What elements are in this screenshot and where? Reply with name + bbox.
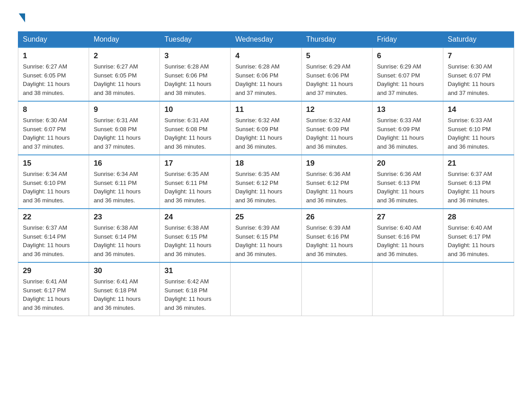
day-info: Sunrise: 6:35 AM Sunset: 6:12 PM Dayligh… <box>235 170 296 205</box>
day-info: Sunrise: 6:39 AM Sunset: 6:16 PM Dayligh… <box>306 223 368 258</box>
day-number: 8 <box>23 105 84 114</box>
day-number: 23 <box>94 213 155 222</box>
day-info: Sunrise: 6:38 AM Sunset: 6:14 PM Dayligh… <box>94 223 155 258</box>
day-cell-16: 16 Sunrise: 6:34 AM Sunset: 6:11 PM Dayl… <box>89 155 160 209</box>
day-number: 17 <box>164 159 226 168</box>
day-number: 13 <box>377 105 438 114</box>
day-info: Sunrise: 6:37 AM Sunset: 6:14 PM Dayligh… <box>23 223 84 258</box>
day-cell-12: 12 Sunrise: 6:32 AM Sunset: 6:09 PM Dayl… <box>301 101 372 155</box>
day-info: Sunrise: 6:29 AM Sunset: 6:06 PM Dayligh… <box>306 62 368 97</box>
day-number: 10 <box>164 105 226 114</box>
day-cell-26: 26 Sunrise: 6:39 AM Sunset: 6:16 PM Dayl… <box>301 209 372 262</box>
day-info: Sunrise: 6:36 AM Sunset: 6:13 PM Dayligh… <box>377 170 438 205</box>
day-cell-9: 9 Sunrise: 6:31 AM Sunset: 6:08 PM Dayli… <box>89 101 160 155</box>
day-cell-31: 31 Sunrise: 6:42 AM Sunset: 6:18 PM Dayl… <box>160 262 231 316</box>
empty-cell <box>372 262 443 316</box>
empty-cell <box>443 262 514 316</box>
day-info: Sunrise: 6:28 AM Sunset: 6:06 PM Dayligh… <box>235 62 296 97</box>
day-cell-27: 27 Sunrise: 6:40 AM Sunset: 6:16 PM Dayl… <box>372 209 443 262</box>
day-number: 28 <box>448 213 509 222</box>
day-cell-21: 21 Sunrise: 6:37 AM Sunset: 6:13 PM Dayl… <box>443 155 514 209</box>
day-number: 16 <box>94 159 155 168</box>
day-number: 2 <box>94 51 155 60</box>
day-info: Sunrise: 6:42 AM Sunset: 6:18 PM Dayligh… <box>164 277 226 312</box>
day-number: 5 <box>306 51 368 60</box>
day-info: Sunrise: 6:30 AM Sunset: 6:07 PM Dayligh… <box>448 62 509 97</box>
day-number: 29 <box>23 266 84 275</box>
day-number: 15 <box>23 159 84 168</box>
week-row-4: 22 Sunrise: 6:37 AM Sunset: 6:14 PM Dayl… <box>18 209 514 262</box>
day-cell-5: 5 Sunrise: 6:29 AM Sunset: 6:06 PM Dayli… <box>301 47 372 101</box>
calendar-table: SundayMondayTuesdayWednesdayThursdayFrid… <box>18 31 514 316</box>
week-row-5: 29 Sunrise: 6:41 AM Sunset: 6:17 PM Dayl… <box>18 262 514 316</box>
day-number: 4 <box>235 51 296 60</box>
logo <box>18 13 26 22</box>
day-header-friday: Friday <box>372 32 443 48</box>
day-info: Sunrise: 6:34 AM Sunset: 6:10 PM Dayligh… <box>23 170 84 205</box>
day-cell-7: 7 Sunrise: 6:30 AM Sunset: 6:07 PM Dayli… <box>443 47 514 101</box>
day-info: Sunrise: 6:40 AM Sunset: 6:16 PM Dayligh… <box>377 223 438 258</box>
day-cell-25: 25 Sunrise: 6:39 AM Sunset: 6:15 PM Dayl… <box>231 209 301 262</box>
day-info: Sunrise: 6:40 AM Sunset: 6:17 PM Dayligh… <box>448 223 509 258</box>
day-cell-10: 10 Sunrise: 6:31 AM Sunset: 6:08 PM Dayl… <box>160 101 231 155</box>
day-cell-4: 4 Sunrise: 6:28 AM Sunset: 6:06 PM Dayli… <box>231 47 301 101</box>
day-cell-29: 29 Sunrise: 6:41 AM Sunset: 6:17 PM Dayl… <box>18 262 89 316</box>
day-cell-6: 6 Sunrise: 6:29 AM Sunset: 6:07 PM Dayli… <box>372 47 443 101</box>
day-number: 19 <box>306 159 368 168</box>
day-number: 31 <box>164 266 226 275</box>
week-row-1: 1 Sunrise: 6:27 AM Sunset: 6:05 PM Dayli… <box>18 47 514 101</box>
day-cell-15: 15 Sunrise: 6:34 AM Sunset: 6:10 PM Dayl… <box>18 155 89 209</box>
day-info: Sunrise: 6:34 AM Sunset: 6:11 PM Dayligh… <box>94 170 155 205</box>
day-number: 30 <box>94 266 155 275</box>
day-number: 25 <box>235 213 296 222</box>
day-number: 3 <box>164 51 226 60</box>
day-number: 24 <box>164 213 226 222</box>
day-cell-19: 19 Sunrise: 6:36 AM Sunset: 6:12 PM Dayl… <box>301 155 372 209</box>
day-info: Sunrise: 6:35 AM Sunset: 6:11 PM Dayligh… <box>164 170 226 205</box>
day-cell-30: 30 Sunrise: 6:41 AM Sunset: 6:18 PM Dayl… <box>89 262 160 316</box>
day-info: Sunrise: 6:32 AM Sunset: 6:09 PM Dayligh… <box>306 116 368 151</box>
day-number: 1 <box>23 51 84 60</box>
day-number: 27 <box>377 213 438 222</box>
day-number: 22 <box>23 213 84 222</box>
day-cell-23: 23 Sunrise: 6:38 AM Sunset: 6:14 PM Dayl… <box>89 209 160 262</box>
day-cell-1: 1 Sunrise: 6:27 AM Sunset: 6:05 PM Dayli… <box>18 47 89 101</box>
day-header-sunday: Sunday <box>18 32 89 48</box>
day-info: Sunrise: 6:41 AM Sunset: 6:18 PM Dayligh… <box>94 277 155 312</box>
day-number: 11 <box>235 105 296 114</box>
day-cell-20: 20 Sunrise: 6:36 AM Sunset: 6:13 PM Dayl… <box>372 155 443 209</box>
day-info: Sunrise: 6:27 AM Sunset: 6:05 PM Dayligh… <box>94 62 155 97</box>
day-cell-14: 14 Sunrise: 6:33 AM Sunset: 6:10 PM Dayl… <box>443 101 514 155</box>
day-number: 26 <box>306 213 368 222</box>
day-cell-2: 2 Sunrise: 6:27 AM Sunset: 6:05 PM Dayli… <box>89 47 160 101</box>
day-info: Sunrise: 6:33 AM Sunset: 6:09 PM Dayligh… <box>377 116 438 151</box>
day-header-saturday: Saturday <box>443 32 514 48</box>
day-info: Sunrise: 6:28 AM Sunset: 6:06 PM Dayligh… <box>164 62 226 97</box>
page-header <box>18 13 514 22</box>
day-cell-18: 18 Sunrise: 6:35 AM Sunset: 6:12 PM Dayl… <box>231 155 301 209</box>
week-row-3: 15 Sunrise: 6:34 AM Sunset: 6:10 PM Dayl… <box>18 155 514 209</box>
day-header-monday: Monday <box>89 32 160 48</box>
day-cell-17: 17 Sunrise: 6:35 AM Sunset: 6:11 PM Dayl… <box>160 155 231 209</box>
days-header-row: SundayMondayTuesdayWednesdayThursdayFrid… <box>18 32 514 48</box>
day-cell-3: 3 Sunrise: 6:28 AM Sunset: 6:06 PM Dayli… <box>160 47 231 101</box>
logo-arrow-icon <box>19 13 25 22</box>
day-number: 7 <box>448 51 509 60</box>
day-info: Sunrise: 6:27 AM Sunset: 6:05 PM Dayligh… <box>23 62 84 97</box>
day-cell-28: 28 Sunrise: 6:40 AM Sunset: 6:17 PM Dayl… <box>443 209 514 262</box>
day-cell-24: 24 Sunrise: 6:38 AM Sunset: 6:15 PM Dayl… <box>160 209 231 262</box>
day-cell-13: 13 Sunrise: 6:33 AM Sunset: 6:09 PM Dayl… <box>372 101 443 155</box>
day-header-thursday: Thursday <box>301 32 372 48</box>
day-info: Sunrise: 6:36 AM Sunset: 6:12 PM Dayligh… <box>306 170 368 205</box>
day-cell-8: 8 Sunrise: 6:30 AM Sunset: 6:07 PM Dayli… <box>18 101 89 155</box>
day-header-tuesday: Tuesday <box>160 32 231 48</box>
day-info: Sunrise: 6:37 AM Sunset: 6:13 PM Dayligh… <box>448 170 509 205</box>
empty-cell <box>231 262 301 316</box>
day-number: 12 <box>306 105 368 114</box>
day-info: Sunrise: 6:31 AM Sunset: 6:08 PM Dayligh… <box>164 116 226 151</box>
day-info: Sunrise: 6:33 AM Sunset: 6:10 PM Dayligh… <box>448 116 509 151</box>
day-number: 9 <box>94 105 155 114</box>
day-number: 21 <box>448 159 509 168</box>
day-info: Sunrise: 6:31 AM Sunset: 6:08 PM Dayligh… <box>94 116 155 151</box>
day-number: 6 <box>377 51 438 60</box>
